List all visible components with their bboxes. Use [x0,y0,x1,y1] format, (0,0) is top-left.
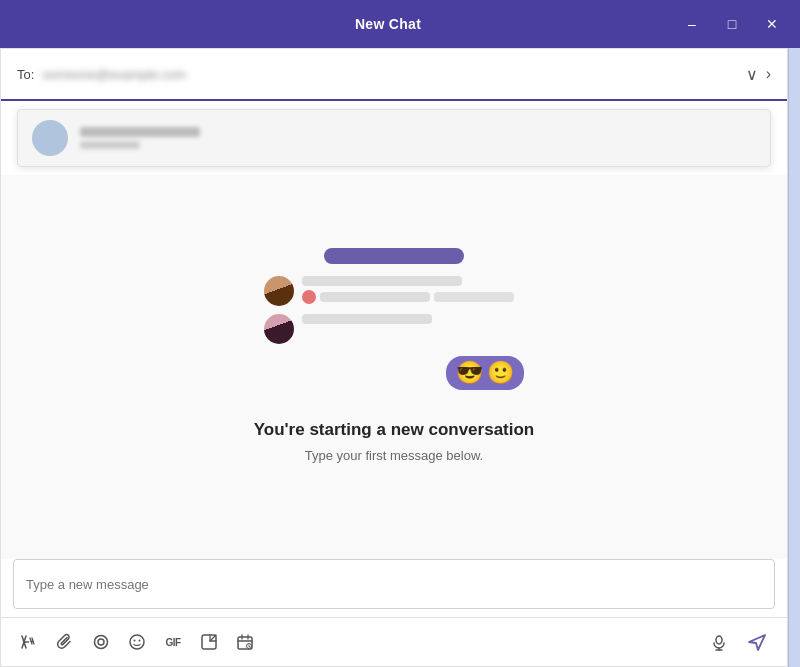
window-title: New Chat [355,16,421,32]
schedule-button[interactable] [229,626,261,658]
suggestion-avatar [32,120,68,156]
svg-point-4 [139,640,141,642]
svg-point-2 [130,635,144,649]
minimize-button[interactable]: – [680,12,704,36]
format-button[interactable] [13,626,45,658]
illustration-avatar-2 [264,314,294,344]
send-button[interactable] [739,624,775,660]
suggestion-dropdown[interactable] [17,109,771,167]
voice-button[interactable] [703,626,735,658]
suggestion-name [80,127,200,137]
message-input-container[interactable] [13,559,775,609]
gif-button[interactable]: GIF [157,626,189,658]
message-toolbar: GIF [1,617,787,666]
sticker-button[interactable] [193,626,225,658]
chat-area: To: someone@example.com ∨ › [0,48,788,667]
loop-button[interactable] [85,626,117,658]
illustration-avatar-1 [264,276,294,306]
conversation-title: You're starting a new conversation [254,420,535,440]
illustration-msg-row-1 [254,276,534,306]
title-bar-controls: – □ ✕ [680,12,784,36]
suggestion-email [80,141,140,149]
illustration-bubble-top [324,248,464,264]
title-bar: New Chat – □ ✕ [0,0,800,48]
svg-point-3 [134,640,136,642]
conversation-subtitle: Type your first message below. [305,448,483,463]
expand-icon[interactable]: › [766,65,771,83]
maximize-button[interactable]: □ [720,12,744,36]
to-label: To: [17,67,34,82]
emoji-row: 😎 🙂 [446,356,524,390]
illustration: 😎 🙂 [254,248,534,390]
bubble-line [320,292,430,302]
to-value: someone@example.com [42,67,737,82]
close-button[interactable]: ✕ [760,12,784,36]
to-field: To: someone@example.com ∨ › [1,49,787,101]
message-input[interactable] [26,577,762,592]
bubble-line [434,292,514,302]
chevron-down-icon[interactable]: ∨ [746,65,758,84]
conversation-area: 😎 🙂 You're starting a new conversation T… [1,175,787,559]
scrollbar[interactable] [788,48,800,667]
svg-point-0 [95,636,108,649]
attach-button[interactable] [49,626,81,658]
illustration-msg-row-2 [254,314,534,344]
svg-point-8 [716,636,722,644]
bubble-line [302,314,432,324]
emoji-smile: 🙂 [487,360,514,386]
bubble-line [302,276,462,286]
emoji-cool: 😎 [456,360,483,386]
svg-point-1 [98,639,104,645]
emoji-button[interactable] [121,626,153,658]
illustration-bubbles-2 [302,314,524,324]
suggestion-info [80,127,200,149]
main-window: To: someone@example.com ∨ › [0,48,800,667]
illustration-bubbles-1 [302,276,524,304]
